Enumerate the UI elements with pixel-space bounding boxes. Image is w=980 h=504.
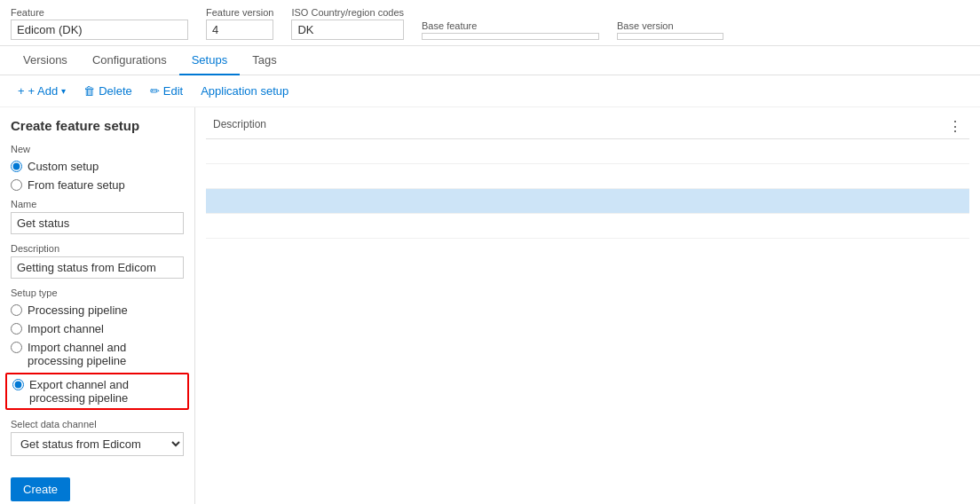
feature-version-field-group: Feature version 4	[206, 7, 273, 40]
tab-versions[interactable]: Versions	[11, 46, 80, 75]
table-row[interactable]	[206, 214, 969, 239]
radio-import-channel-label: Import channel	[28, 322, 104, 335]
edit-label: Edit	[163, 84, 183, 98]
data-channel-field: Select data channel Get status from Edic…	[11, 419, 184, 456]
base-version-value	[617, 33, 723, 40]
feature-field-group: Feature Edicom (DK)	[11, 7, 188, 40]
name-input[interactable]	[11, 212, 184, 234]
base-feature-field-group: Base feature	[422, 20, 599, 40]
data-channel-label: Select data channel	[11, 419, 184, 429]
radio-processing-pipeline[interactable]: Processing pipeline	[11, 303, 184, 317]
radio-import-channel-processing-input[interactable]	[11, 342, 22, 353]
col-description: Description ⋮	[206, 114, 969, 139]
table-cell-description	[206, 164, 969, 189]
setup-type-section: Setup type Processing pipeline Import ch…	[11, 287, 184, 410]
setup-type-radio-group: Processing pipeline Import channel Impor…	[11, 303, 184, 410]
delete-icon: 🗑	[83, 84, 95, 98]
tab-configurations[interactable]: Configurations	[80, 46, 179, 75]
table-row[interactable]	[206, 139, 969, 164]
new-section-label: New	[11, 144, 184, 154]
radio-processing-pipeline-label: Processing pipeline	[28, 303, 128, 317]
tab-tags[interactable]: Tags	[240, 46, 288, 75]
feature-label: Feature	[11, 7, 188, 18]
right-panel: Description ⋮	[195, 107, 980, 504]
base-feature-label: Base feature	[422, 20, 599, 31]
description-input[interactable]	[11, 256, 184, 279]
base-feature-value	[422, 33, 599, 40]
base-version-field-group: Base version	[617, 20, 723, 40]
top-bar: Feature Edicom (DK) Feature version 4 IS…	[0, 0, 980, 46]
description-field: Description	[11, 243, 184, 279]
add-label: + Add	[28, 84, 59, 98]
iso-field-group: ISO Country/region codes DK	[291, 7, 404, 40]
edit-button[interactable]: ✏ Edit	[143, 81, 190, 101]
app-setup-label: Application setup	[201, 84, 288, 98]
highlighted-radio-container: Export channel and processing pipeline	[5, 373, 189, 410]
main-content: Create feature setup New Custom setup Fr…	[0, 107, 980, 504]
add-chevron-icon: ▾	[61, 86, 66, 96]
radio-from-feature-setup-label: From feature setup	[28, 178, 125, 192]
delete-button[interactable]: 🗑 Delete	[76, 81, 139, 101]
panel-title: Create feature setup	[11, 118, 184, 133]
edit-icon: ✏	[150, 84, 160, 98]
table-cell-description	[206, 139, 969, 164]
feature-value: Edicom (DK)	[11, 20, 188, 40]
delete-label: Delete	[99, 84, 132, 98]
radio-import-channel-processing[interactable]: Import channel and processing pipeline	[11, 341, 184, 367]
table-row[interactable]	[206, 189, 969, 214]
table-cell-description	[206, 214, 969, 239]
create-button[interactable]: Create	[11, 477, 70, 501]
iso-value: DK	[291, 20, 404, 40]
col-more-icon[interactable]: ⋮	[948, 118, 962, 135]
toolbar: + + Add ▾ 🗑 Delete ✏ Edit Application se…	[0, 75, 980, 107]
setup-type-label: Setup type	[11, 287, 184, 298]
data-channel-select[interactable]: Get status from Edicom	[11, 432, 184, 456]
radio-from-feature-setup-input[interactable]	[11, 179, 22, 191]
name-label: Name	[11, 199, 184, 209]
feature-version-label: Feature version	[206, 7, 273, 18]
radio-export-channel-processing[interactable]: Export channel and processing pipeline	[12, 378, 182, 405]
radio-custom-setup-label: Custom setup	[28, 160, 99, 173]
feature-version-value: 4	[206, 20, 273, 40]
radio-export-channel-processing-input[interactable]	[12, 379, 24, 390]
radio-import-channel[interactable]: Import channel	[11, 322, 184, 335]
radio-from-feature-setup[interactable]: From feature setup	[11, 178, 184, 192]
radio-processing-pipeline-input[interactable]	[11, 304, 22, 316]
radio-custom-setup-input[interactable]	[11, 161, 22, 172]
new-radio-group: Custom setup From feature setup	[11, 160, 184, 192]
description-label: Description	[11, 243, 184, 254]
iso-label: ISO Country/region codes	[291, 7, 404, 18]
tab-setups[interactable]: Setups	[179, 46, 240, 75]
table-cell-description	[206, 189, 969, 214]
create-feature-setup-panel: Create feature setup New Custom setup Fr…	[0, 107, 195, 504]
radio-custom-setup[interactable]: Custom setup	[11, 160, 184, 173]
radio-export-channel-processing-label: Export channel and processing pipeline	[29, 378, 182, 405]
setups-table: Description ⋮	[206, 114, 969, 239]
base-version-label: Base version	[617, 20, 723, 31]
add-button[interactable]: + + Add ▾	[11, 81, 73, 101]
table-row[interactable]	[206, 164, 969, 189]
radio-import-channel-processing-label: Import channel and processing pipeline	[28, 341, 184, 367]
name-field: Name	[11, 199, 184, 234]
add-icon: +	[18, 84, 25, 98]
nav-tabs: Versions Configurations Setups Tags	[0, 46, 980, 75]
app-setup-button[interactable]: Application setup	[194, 81, 296, 101]
radio-import-channel-input[interactable]	[11, 323, 22, 335]
